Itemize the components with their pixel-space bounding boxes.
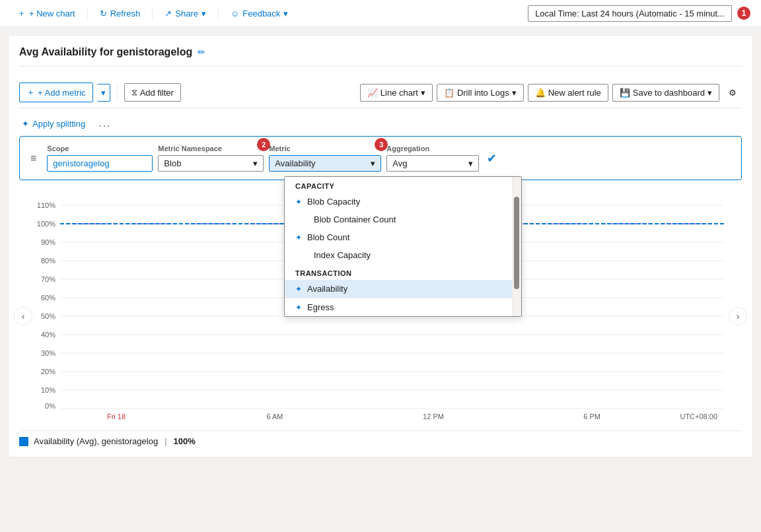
- aggregation-value: Avg: [392, 158, 407, 168]
- svg-text:50%: 50%: [41, 312, 55, 320]
- svg-text:30%: 30%: [41, 349, 55, 357]
- transaction-header: TRANSACTION: [285, 264, 512, 280]
- scope-input[interactable]: [47, 155, 153, 172]
- metric-dropdown: CAPACITY ✦ Blob Capacity Blob Container …: [284, 176, 522, 317]
- blob-container-count-item[interactable]: Blob Container Count: [285, 211, 512, 228]
- new-chart-button[interactable]: ＋ + New chart: [11, 4, 82, 22]
- more-label: ...: [98, 117, 111, 129]
- line-chart-button[interactable]: 📈 Line chart ▾: [360, 84, 433, 102]
- metric-value: Availability: [275, 158, 315, 168]
- split-icon: ✦: [22, 119, 29, 129]
- svg-text:110%: 110%: [37, 201, 55, 209]
- svg-text:70%: 70%: [41, 275, 55, 283]
- add-metric-button[interactable]: ＋ + Add metric: [19, 83, 93, 102]
- namespace-select[interactable]: Blob ▾: [158, 155, 264, 172]
- more-button[interactable]: ...: [93, 116, 116, 131]
- aggregation-select[interactable]: Avg ▾: [386, 155, 479, 172]
- svg-text:100%: 100%: [37, 220, 55, 228]
- chart-title: Avg Availability for genistoragelog: [19, 46, 192, 58]
- metric-chevron: ▾: [371, 158, 375, 168]
- feedback-label: Feedback: [242, 9, 280, 18]
- aggregation-label: Aggregation: [386, 145, 479, 152]
- namespace-value: Blob: [164, 158, 181, 168]
- refresh-icon: ↻: [100, 9, 107, 18]
- divider-3: [218, 7, 219, 20]
- badge-value: 1: [742, 9, 746, 18]
- dropdown-metric-button[interactable]: ▾: [97, 84, 110, 102]
- new-alert-rule-button[interactable]: 🔔 New alert rule: [528, 84, 608, 102]
- settings-button[interactable]: ⚙: [723, 84, 742, 101]
- apply-splitting-button[interactable]: ✦ Apply splitting: [19, 117, 88, 130]
- save-label: Save to dashboard: [633, 88, 705, 98]
- svg-text:80%: 80%: [41, 257, 55, 265]
- legend-value: 100%: [174, 436, 196, 446]
- line-chart-label: Line chart: [380, 88, 418, 98]
- aggregation-group: Aggregation Avg ▾: [386, 145, 479, 172]
- feedback-icon: ☺: [231, 9, 239, 18]
- apply-splitting-label: Apply splitting: [32, 119, 85, 129]
- share-button[interactable]: ↗ Share ▾: [158, 5, 213, 22]
- scope-label: Scope: [47, 145, 153, 152]
- save-icon: 💾: [620, 88, 630, 98]
- new-chart-label: + New chart: [29, 9, 75, 18]
- line-chart-chevron: ▾: [421, 88, 425, 98]
- confirm-button[interactable]: ✔: [487, 151, 497, 166]
- share-chevron-icon: ▾: [201, 9, 206, 18]
- availability-icon: ✦: [295, 284, 302, 294]
- drill-icon: 📋: [444, 88, 454, 98]
- main-container: Avg Availability for genistoragelog ✏ ＋ …: [8, 35, 753, 457]
- drill-label: Drill into Logs: [457, 88, 509, 98]
- divider-2: [152, 7, 153, 20]
- svg-text:60%: 60%: [41, 294, 55, 302]
- save-chevron: ▾: [707, 88, 712, 98]
- index-capacity-item[interactable]: Index Capacity: [285, 246, 512, 264]
- drag-handle-icon[interactable]: ≡: [30, 152, 36, 164]
- egress-item[interactable]: ✦ Egress: [285, 298, 512, 316]
- chart-title-row: Avg Availability for genistoragelog ✏: [19, 46, 742, 67]
- scrollbar[interactable]: [512, 177, 521, 316]
- share-label: Share: [175, 9, 198, 18]
- svg-text:20%: 20%: [41, 368, 55, 376]
- blob-capacity-item[interactable]: ✦ Blob Capacity: [285, 193, 512, 211]
- svg-text:12 PM: 12 PM: [423, 413, 444, 420]
- notification-badge: 1: [737, 7, 750, 20]
- availability-item[interactable]: ✦ Availability: [285, 280, 512, 298]
- blob-container-count-label: Blob Container Count: [314, 215, 396, 224]
- scope-group: Scope: [47, 145, 153, 172]
- time-range-button[interactable]: Local Time: Last 24 hours (Automatic - 1…: [528, 5, 732, 22]
- namespace-badge: 2: [257, 138, 270, 151]
- share-icon: ↗: [164, 9, 172, 18]
- add-filter-label: Add filter: [140, 88, 174, 98]
- egress-label: Egress: [307, 302, 334, 312]
- feedback-button[interactable]: ☺ Feedback ▾: [224, 5, 295, 22]
- chart-legend: Availability (Avg), genistoragelog | 100…: [19, 430, 742, 446]
- index-capacity-label: Index Capacity: [314, 250, 371, 260]
- refresh-button[interactable]: ↻ Refresh: [93, 5, 147, 22]
- egress-icon: ✦: [295, 303, 302, 312]
- filter-icon: ⧖: [131, 87, 137, 98]
- svg-text:Fri 18: Fri 18: [107, 413, 126, 420]
- edit-icon[interactable]: ✏: [198, 47, 205, 57]
- svg-text:90%: 90%: [41, 238, 55, 246]
- svg-text:0%: 0%: [45, 402, 55, 410]
- add-filter-button[interactable]: ⧖ Add filter: [124, 83, 181, 102]
- toolbar-sep-1: [117, 84, 118, 100]
- aggregation-chevron: ▾: [468, 158, 473, 168]
- time-range-label: Local Time: Last 24 hours (Automatic - 1…: [535, 9, 725, 18]
- plus-icon: ＋: [17, 7, 26, 19]
- blob-capacity-label: Blob Capacity: [307, 197, 360, 207]
- svg-text:6 AM: 6 AM: [266, 413, 283, 420]
- blob-count-item[interactable]: ✦ Blob Count: [285, 228, 512, 246]
- divider-1: [87, 7, 88, 20]
- metric-select[interactable]: Availability ▾: [269, 155, 381, 172]
- capacity-header: CAPACITY: [285, 177, 512, 193]
- sub-toolbar: ✦ Apply splitting ...: [19, 114, 742, 136]
- availability-label: Availability: [307, 284, 347, 294]
- blob-count-icon: ✦: [295, 233, 302, 242]
- line-chart-icon: 📈: [367, 88, 378, 98]
- drill-into-logs-button[interactable]: 📋 Drill into Logs ▾: [437, 84, 524, 102]
- chart-nav-left[interactable]: ‹: [14, 307, 32, 325]
- chart-nav-right[interactable]: ›: [729, 307, 747, 325]
- save-to-dashboard-button[interactable]: 💾 Save to dashboard ▾: [612, 84, 719, 102]
- toolbar: ＋ + Add metric ▾ ⧖ Add filter 📈 Line cha…: [19, 77, 742, 108]
